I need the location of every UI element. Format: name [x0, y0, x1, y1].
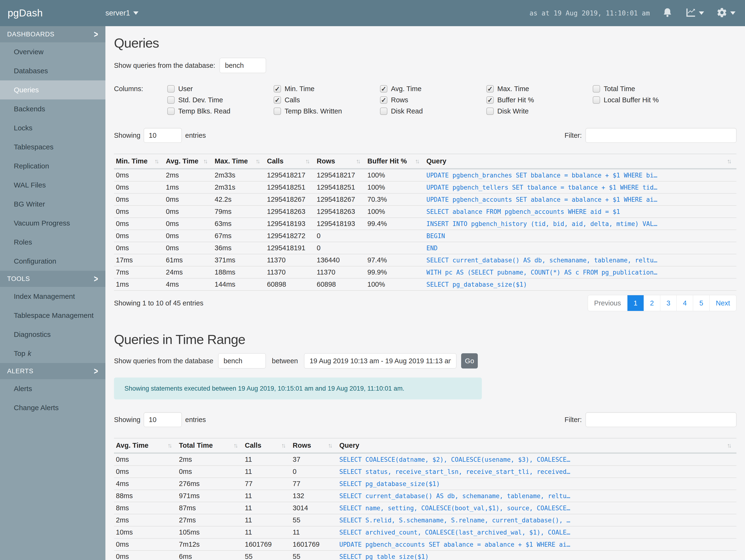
column-header-rows[interactable]: Rows↑↓ — [291, 438, 337, 453]
time-range-picker[interactable] — [304, 353, 456, 368]
query-link[interactable]: SELECT current_database() AS db, scheman… — [337, 490, 737, 502]
page-button-next[interactable]: Next — [709, 295, 736, 311]
column-checkbox-local-buffer-hit[interactable]: Local Buffer Hit % — [593, 96, 699, 104]
column-header-max-time[interactable]: Max. Time↑↓ — [213, 154, 265, 169]
query-link[interactable]: SELECT pg_database_size($1) — [337, 478, 737, 490]
sidebar-item-index-management[interactable]: Index Management — [0, 287, 105, 306]
column-checkbox-user[interactable]: User — [167, 85, 273, 93]
time-range-input[interactable] — [310, 357, 451, 365]
charts-menu-button[interactable] — [685, 7, 704, 19]
column-checkbox-disk-read[interactable]: Disk Read — [380, 107, 486, 115]
sidebar-item-wal-files[interactable]: WAL Files — [0, 175, 105, 195]
column-checkbox-avg-time[interactable]: ✓Avg. Time — [380, 85, 486, 93]
query-link[interactable]: END — [424, 242, 737, 254]
page-button-1[interactable]: 1 — [627, 295, 644, 311]
sidebar-section-dashboards[interactable]: DASHBOARDS> — [0, 26, 105, 42]
column-header-total-time[interactable]: Total Time↑↓ — [177, 438, 243, 453]
table-filter-input[interactable] — [586, 128, 737, 143]
page-length-input[interactable] — [144, 128, 182, 143]
sidebar-item-tablespaces[interactable]: Tablespaces — [0, 137, 105, 157]
query-link[interactable]: BEGIN — [424, 230, 737, 242]
table-cell: 105ms — [177, 526, 243, 538]
column-header-avg-time[interactable]: Avg. Time↑↓ — [114, 438, 177, 453]
table-cell: 0ms — [114, 205, 164, 218]
sort-icon[interactable]: ↑↓ — [233, 442, 237, 449]
page-button-previous[interactable]: Previous — [588, 295, 627, 311]
page-button-4[interactable]: 4 — [677, 295, 693, 311]
query-link[interactable]: WITH pc AS (SELECT pubname, COUNT(*) AS … — [424, 266, 737, 278]
column-header-avg-time[interactable]: Avg. Time↑↓ — [164, 154, 213, 169]
go-button[interactable]: Go — [461, 353, 478, 368]
column-header-min-time[interactable]: Min. Time↑↓ — [114, 154, 164, 169]
sort-icon[interactable]: ↑↓ — [167, 442, 171, 449]
column-checkbox-temp-blks-written[interactable]: Temp Blks. Written — [273, 107, 380, 115]
column-header-query[interactable]: Query↑↓ — [337, 438, 737, 453]
column-checkbox-max-time[interactable]: ✓Max. Time — [486, 85, 593, 93]
column-header-query[interactable]: Query↑↓ — [424, 154, 737, 169]
sort-icon[interactable]: ↑↓ — [305, 158, 309, 165]
column-checkbox-disk-write[interactable]: Disk Write — [486, 107, 593, 115]
sidebar-item-overview[interactable]: Overview — [0, 42, 105, 61]
database-select-2[interactable]: bench — [218, 353, 266, 368]
page-button-3[interactable]: 3 — [660, 295, 677, 311]
column-checkbox-min-time[interactable]: ✓Min. Time — [273, 85, 380, 93]
column-checkbox-temp-blks-read[interactable]: Temp Blks. Read — [167, 107, 273, 115]
sort-icon[interactable]: ↑↓ — [328, 442, 331, 449]
column-header-rows[interactable]: Rows↑↓ — [315, 154, 365, 169]
sidebar-section-tools[interactable]: TOOLS> — [0, 271, 105, 287]
query-link[interactable]: SELECT archived_count, COALESCE(last_arc… — [337, 526, 737, 538]
notifications-button[interactable] — [662, 7, 673, 19]
query-link[interactable]: SELECT pg_database_size($1) — [424, 278, 737, 291]
column-checkbox-buffer-hit[interactable]: ✓Buffer Hit % — [486, 96, 593, 104]
sidebar-item-configuration[interactable]: Configuration — [0, 252, 105, 271]
sort-icon[interactable]: ↑↓ — [356, 158, 359, 165]
sidebar-item-locks[interactable]: Locks — [0, 119, 105, 137]
sidebar-item-backends[interactable]: Backends — [0, 99, 105, 119]
sort-icon[interactable]: ↑↓ — [155, 158, 158, 165]
query-link[interactable]: UPDATE pgbench_accounts SET abalance = a… — [424, 193, 737, 205]
query-link[interactable]: SELECT status, receive_start_lsn, receiv… — [337, 466, 737, 478]
sidebar-item-databases[interactable]: Databases — [0, 61, 105, 80]
sort-icon[interactable]: ↑↓ — [256, 158, 259, 165]
column-header-calls[interactable]: Calls↑↓ — [243, 438, 291, 453]
page-length-input-2[interactable] — [144, 412, 182, 427]
sidebar-item-bg-writer[interactable]: BG Writer — [0, 195, 105, 213]
query-link[interactable]: UPDATE pgbench_branches SET bbalance = b… — [424, 169, 737, 182]
sidebar-item-diagnostics[interactable]: Diagnostics — [0, 325, 105, 344]
column-checkbox-rows[interactable]: ✓Rows — [380, 96, 486, 104]
sort-icon[interactable]: ↑↓ — [281, 442, 285, 449]
column-checkbox-total-time[interactable]: Total Time — [593, 85, 699, 93]
database-select[interactable]: bench — [220, 58, 266, 73]
sidebar-item-change-alerts[interactable]: Change Alerts — [0, 398, 105, 417]
query-link[interactable]: SELECT pg_table_size($1) — [337, 551, 737, 560]
table-filter-input-2[interactable] — [586, 412, 737, 427]
sidebar-item-queries[interactable]: Queries — [0, 80, 105, 99]
sidebar-item-topk[interactable]: Topk — [0, 344, 105, 363]
column-header-buffer-hit[interactable]: Buffer Hit %↑↓ — [365, 154, 424, 169]
query-link[interactable]: SELECT current_database() AS db, scheman… — [424, 254, 737, 266]
query-link[interactable]: SELECT name, setting, COALESCE(boot_val,… — [337, 502, 737, 514]
sort-icon[interactable]: ↑↓ — [727, 442, 730, 449]
query-link[interactable]: UPDATE pgbench_tellers SET tbalance = tb… — [424, 181, 737, 193]
sidebar-item-replication[interactable]: Replication — [0, 157, 105, 175]
sidebar-item-alerts[interactable]: Alerts — [0, 379, 105, 398]
column-checkbox-std-dev-time[interactable]: Std. Dev. Time — [167, 96, 273, 104]
sort-icon[interactable]: ↑↓ — [203, 158, 206, 165]
column-checkbox-calls[interactable]: ✓Calls — [273, 96, 380, 104]
sidebar-item-tablespace-management[interactable]: Tablespace Management — [0, 306, 105, 325]
query-link[interactable]: UPDATE pgbench_accounts SET abalance = a… — [337, 538, 737, 551]
query-link[interactable]: SELECT S.relid, S.schemaname, S.relname,… — [337, 514, 737, 526]
settings-menu-button[interactable] — [716, 7, 736, 19]
sidebar-item-vacuum-progress[interactable]: Vacuum Progress — [0, 213, 105, 233]
server-selector[interactable]: server1 — [105, 9, 138, 18]
query-link[interactable]: SELECT COALESCE(datname, $2), COALESCE(u… — [337, 453, 737, 466]
query-link[interactable]: SELECT abalance FROM pgbench_accounts WH… — [424, 205, 737, 218]
sort-icon[interactable]: ↑↓ — [727, 158, 730, 165]
page-button-2[interactable]: 2 — [644, 295, 660, 311]
page-button-5[interactable]: 5 — [693, 295, 709, 311]
sort-icon[interactable]: ↑↓ — [415, 158, 418, 165]
sidebar-section-alerts[interactable]: ALERTS> — [0, 363, 105, 379]
sidebar-item-roles[interactable]: Roles — [0, 233, 105, 252]
query-link[interactable]: INSERT INTO pgbench_history (tid, bid, a… — [424, 218, 737, 230]
column-header-calls[interactable]: Calls↑↓ — [265, 154, 315, 169]
